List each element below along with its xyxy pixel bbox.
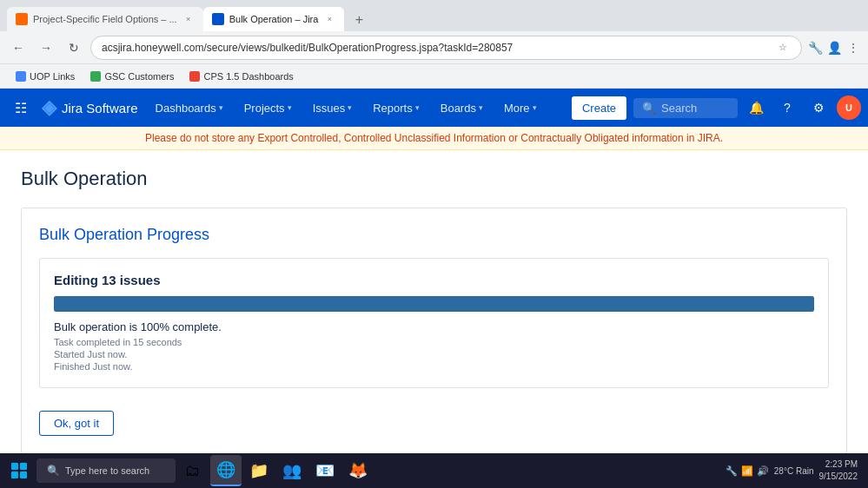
nav-boards-chevron: ▾ [479, 103, 483, 112]
clock-time: 2:23 PM [819, 458, 858, 471]
windows-start-button[interactable] [3, 455, 35, 486]
system-clock: 2:23 PM 9/15/2022 [819, 458, 858, 483]
taskbar-search-text: Type here to search [65, 465, 149, 476]
taskbar-pinned-icons: 🗂 🌐 📁 👥 📧 🦊 [177, 455, 374, 486]
tray-icon-1: 🔧 [726, 465, 738, 477]
clock-date: 9/15/2022 [819, 471, 858, 483]
grid-icon[interactable]: ☷ [7, 94, 35, 122]
warning-banner: Please do not store any Export Controlle… [0, 127, 868, 150]
bookmark-favicon-3 [189, 71, 200, 82]
nav-dashboards-chevron: ▾ [219, 103, 223, 112]
network-icon: 📶 [741, 465, 753, 477]
status-text: Bulk operation is 100% complete. [54, 320, 814, 333]
bookmark-label-3: CPS 1.5 Dashboards [203, 71, 293, 82]
address-bar-row: ← → ↻ acsjira.honeywell.com/secure/views… [0, 31, 868, 64]
jira-logo-icon: ◈ [42, 96, 56, 119]
task-completed-text: Task completed in 15 seconds [54, 337, 814, 347]
progress-bar-fill [54, 296, 814, 312]
taskbar-files[interactable]: 📁 [243, 455, 275, 486]
nav-item-issues[interactable]: Issues ▾ [302, 89, 363, 127]
nav-item-projects[interactable]: Projects ▾ [234, 89, 302, 127]
jira-navbar: ☷ ◈ Jira Software Dashboards ▾ Projects … [0, 89, 868, 127]
ok-got-it-button[interactable]: Ok, got it [39, 411, 114, 436]
nav-boards-label: Boards [441, 102, 476, 115]
bulk-panel-title: Bulk Operation Progress [39, 226, 829, 244]
browser-tabs: Project-Specific Field Options – ... × B… [7, 0, 370, 31]
bookmark-uop-links[interactable]: UOP Links [9, 69, 82, 84]
nav-more-label: More [504, 102, 530, 115]
started-text: Started Just now. [54, 349, 814, 359]
nav-issues-chevron: ▾ [348, 103, 352, 112]
ext-icon-1[interactable]: 🔧 [807, 40, 823, 56]
tab2-close[interactable]: × [323, 13, 335, 25]
settings-icon[interactable]: ⚙ [805, 95, 832, 121]
tab1-title: Project-Specific Field Options – ... [33, 14, 177, 24]
nav-item-more[interactable]: More ▾ [494, 89, 547, 127]
page-content: Bulk Operation Bulk Operation Progress E… [0, 150, 868, 488]
weather-text: 28°C Rain [774, 466, 814, 476]
bookmark-cps-dashboards[interactable]: CPS 1.5 Dashboards [182, 69, 300, 84]
taskbar-search-icon: 🔍 [47, 465, 60, 477]
nav-dashboards-label: Dashboards [156, 102, 216, 115]
nav-items: Dashboards ▾ Projects ▾ Issues ▾ Reports… [145, 89, 565, 127]
tab-2[interactable]: Bulk Operation – Jira × [203, 7, 345, 31]
nav-issues-label: Issues [313, 102, 346, 115]
create-button[interactable]: Create [572, 96, 626, 120]
bookmark-favicon-1 [16, 71, 26, 82]
avatar[interactable]: U [837, 96, 861, 120]
warning-text: Please do not store any Export Controlle… [145, 132, 723, 144]
tab-1[interactable]: Project-Specific Field Options – ... × [7, 7, 203, 31]
progress-bar-container [54, 296, 814, 312]
taskbar-right: 🔧 📶 🔊 28°C Rain 2:23 PM 9/15/2022 [726, 458, 865, 483]
new-tab-button[interactable]: + [348, 9, 370, 31]
nav-reports-chevron: ▾ [415, 103, 420, 112]
help-icon[interactable]: ? [774, 95, 800, 121]
taskbar-task-view[interactable]: 🗂 [177, 455, 209, 486]
page-title: Bulk Operation [21, 168, 847, 190]
jira-logo[interactable]: ◈ Jira Software [35, 96, 145, 119]
taskbar-chrome[interactable]: 🌐 [210, 455, 242, 486]
taskbar-firefox[interactable]: 🦊 [342, 455, 374, 486]
volume-icon: 🔊 [757, 465, 769, 477]
browser-ext-icons: 🔧 👤 ⋮ [807, 40, 861, 56]
bookmark-favicon-2 [90, 71, 101, 82]
nav-item-dashboards[interactable]: Dashboards ▾ [145, 89, 234, 127]
address-icons: ☆ [775, 40, 791, 56]
nav-right: 🔍 Search 🔔 ? ⚙ U [633, 95, 861, 121]
nav-more-chevron: ▾ [533, 103, 537, 112]
taskbar-search[interactable]: 🔍 Type here to search [36, 458, 176, 483]
nav-reports-label: Reports [373, 102, 413, 115]
nav-projects-label: Projects [244, 102, 285, 115]
bookmark-label-2: GSC Customers [104, 71, 174, 82]
bookmark-star-icon[interactable]: ☆ [775, 40, 791, 56]
notifications-icon[interactable]: 🔔 [743, 95, 769, 121]
taskbar-outlook[interactable]: 📧 [309, 455, 341, 486]
taskbar-teams[interactable]: 👥 [276, 455, 308, 486]
tab1-close[interactable]: × [182, 13, 195, 25]
system-tray: 🔧 📶 🔊 [726, 465, 769, 477]
tab1-favicon [16, 13, 28, 25]
finished-text: Finished Just now. [54, 361, 814, 372]
search-box[interactable]: 🔍 Search [633, 98, 738, 118]
nav-item-reports[interactable]: Reports ▾ [362, 89, 430, 127]
browser-menu-icon[interactable]: ⋮ [845, 40, 861, 56]
forward-button[interactable]: → [35, 36, 57, 59]
nav-item-boards[interactable]: Boards ▾ [430, 89, 494, 127]
bookmarks-bar: UOP Links GSC Customers CPS 1.5 Dashboar… [0, 64, 868, 89]
bookmark-gsc-customers[interactable]: GSC Customers [83, 69, 181, 84]
jira-logo-text: Jira Software [62, 101, 138, 115]
address-bar[interactable]: acsjira.honeywell.com/secure/views/bulke… [90, 36, 802, 60]
taskbar: 🔍 Type here to search 🗂 🌐 📁 👥 📧 🦊 🔧 📶 🔊 … [0, 453, 868, 488]
tab2-favicon [212, 13, 224, 25]
search-icon: 🔍 [642, 102, 656, 115]
back-button[interactable]: ← [7, 36, 30, 59]
browser-chrome: Project-Specific Field Options – ... × B… [0, 0, 868, 31]
nav-projects-chevron: ▾ [288, 103, 292, 112]
search-placeholder: Search [661, 102, 697, 115]
editing-title: Editing 13 issues [54, 273, 814, 287]
windows-logo [11, 463, 27, 478]
ext-icon-2[interactable]: 👤 [826, 40, 842, 56]
refresh-button[interactable]: ↻ [63, 36, 85, 59]
bulk-panel: Bulk Operation Progress Editing 13 issue… [21, 208, 847, 454]
url-text: acsjira.honeywell.com/secure/views/bulke… [102, 42, 775, 54]
